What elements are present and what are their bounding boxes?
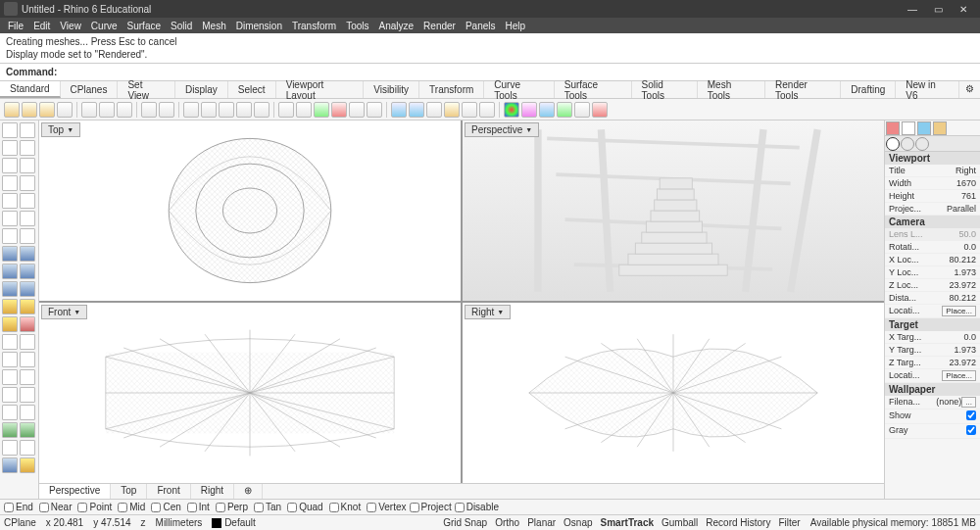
explode-icon[interactable]	[20, 405, 35, 420]
render-tool-icon[interactable]	[20, 458, 35, 473]
osnap-quad[interactable]: Quad	[287, 502, 322, 512]
prop-row[interactable]: Projec...Parallel	[885, 203, 980, 216]
cone-icon[interactable]	[20, 281, 35, 297]
prop-row[interactable]: Height761	[885, 190, 980, 203]
osnap-perp[interactable]: Perp	[216, 502, 248, 512]
arc-icon[interactable]	[20, 193, 35, 209]
copy-tool-icon[interactable]	[20, 334, 35, 350]
minimize-button[interactable]: —	[900, 4, 925, 15]
menu-mesh[interactable]: Mesh	[198, 21, 229, 31]
fillet-icon[interactable]	[2, 422, 18, 438]
tab-curve-tools[interactable]: Curve Tools	[484, 81, 554, 98]
set-view-icon[interactable]	[349, 102, 365, 118]
status-units[interactable]: Millimeters	[156, 517, 203, 528]
osnap-near[interactable]: Near	[39, 502, 73, 512]
wallpaper-filename-row[interactable]: Filena... (none) ...	[885, 396, 980, 410]
viewport-right[interactable]: Right▼	[463, 303, 884, 483]
tab-select[interactable]: Select	[228, 81, 276, 98]
menu-solid[interactable]: Solid	[167, 21, 196, 31]
osnap-point[interactable]: Point	[77, 502, 112, 512]
viewport-label-top[interactable]: Top▼	[41, 122, 80, 137]
rectangle-icon[interactable]	[2, 211, 18, 226]
tab-transform[interactable]: Transform	[419, 81, 484, 98]
undo-icon[interactable]	[141, 102, 157, 118]
display-tab-icon[interactable]	[917, 121, 931, 135]
viewport-perspective[interactable]: Perspective▼	[463, 120, 884, 301]
array-icon[interactable]	[20, 369, 35, 385]
tab-standard[interactable]: Standard	[0, 81, 61, 98]
tab-mesh-tools[interactable]: Mesh Tools	[698, 81, 765, 98]
print-icon[interactable]	[57, 102, 73, 118]
menu-curve[interactable]: Curve	[87, 21, 122, 31]
vp-tab-top[interactable]: Top	[111, 484, 147, 499]
curve-icon[interactable]	[2, 175, 18, 191]
new-icon[interactable]	[4, 102, 20, 118]
split-icon[interactable]	[20, 387, 35, 403]
open-icon[interactable]	[22, 102, 37, 118]
wallpaper-gray-checkbox[interactable]	[966, 425, 976, 435]
sweep-icon[interactable]	[2, 316, 18, 332]
status-toggle-ortho[interactable]: Ortho	[495, 517, 519, 528]
polygon-icon[interactable]	[20, 211, 35, 226]
status-cplane[interactable]: CPlane	[4, 517, 36, 528]
wallpaper-browse-button[interactable]: ...	[961, 397, 976, 408]
status-toggle-gumball[interactable]: Gumball	[662, 517, 698, 528]
chamfer-icon[interactable]	[20, 422, 35, 438]
zoom-icon[interactable]	[219, 102, 234, 118]
help-icon[interactable]	[592, 102, 608, 118]
prop-row[interactable]: Width1670	[885, 177, 980, 190]
menu-tools[interactable]: Tools	[342, 21, 372, 31]
prop-row[interactable]: Lens L...50.0	[885, 228, 980, 241]
status-toggle-osnap[interactable]: Osnap	[564, 517, 592, 528]
menu-file[interactable]: File	[4, 21, 27, 31]
vp-tab-front[interactable]: Front	[147, 484, 190, 499]
close-button[interactable]: ✕	[951, 4, 976, 15]
loft-icon[interactable]	[20, 299, 35, 314]
osnap-end[interactable]: End	[4, 502, 33, 512]
named-view-icon[interactable]	[314, 102, 329, 118]
trim-icon[interactable]	[2, 387, 18, 403]
status-toggle-filter[interactable]: Filter	[778, 517, 800, 528]
scale-icon[interactable]	[20, 352, 35, 367]
ellipse-icon[interactable]	[2, 228, 18, 244]
grid-icon[interactable]	[278, 102, 294, 118]
texture-props-icon[interactable]	[915, 137, 929, 151]
menu-help[interactable]: Help	[502, 21, 530, 31]
menu-render[interactable]: Render	[419, 21, 460, 31]
tabs-gear-icon[interactable]: ⚙	[959, 81, 980, 98]
show-icon[interactable]	[426, 102, 442, 118]
cplane-icon[interactable]	[331, 102, 347, 118]
prop-row[interactable]: Locati...Place...	[885, 369, 980, 383]
menu-transform[interactable]: Transform	[288, 21, 340, 31]
prop-row[interactable]: TitleRight	[885, 165, 980, 177]
properties-icon[interactable]	[479, 102, 495, 118]
tab-surface-tools[interactable]: Surface Tools	[555, 81, 632, 98]
osnap-cen[interactable]: Cen	[151, 502, 180, 512]
interp-curve-icon[interactable]	[20, 175, 35, 191]
circle-icon[interactable]	[2, 193, 18, 209]
lasso-icon[interactable]	[20, 122, 35, 138]
status-toggle-planar[interactable]: Planar	[527, 517, 556, 528]
vp-tab-right[interactable]: Right	[191, 484, 234, 499]
prop-row[interactable]: Y Targ...1.973	[885, 344, 980, 357]
tab-solid-tools[interactable]: Solid Tools	[632, 81, 698, 98]
menu-view[interactable]: View	[56, 21, 85, 31]
revolve-icon[interactable]	[20, 316, 35, 332]
layers-tab-icon[interactable]	[902, 121, 915, 135]
viewport-front[interactable]: Front▼	[39, 303, 461, 483]
pan-icon[interactable]	[183, 102, 199, 118]
surface-icon[interactable]	[2, 246, 18, 262]
camera-props-icon[interactable]	[886, 137, 900, 151]
status-toggle-record-history[interactable]: Record History	[706, 517, 770, 528]
osnap-knot[interactable]: Knot	[329, 502, 362, 512]
prop-row[interactable]: Y Loc...1.973	[885, 266, 980, 279]
place-button[interactable]: Place...	[942, 306, 976, 316]
light-icon[interactable]	[444, 102, 460, 118]
cylinder-icon[interactable]	[2, 281, 18, 297]
lock-icon[interactable]	[462, 102, 477, 118]
osnap-project[interactable]: Project	[410, 502, 452, 512]
render-icon[interactable]	[504, 102, 519, 118]
menu-dimension[interactable]: Dimension	[232, 21, 286, 31]
copy-icon[interactable]	[99, 102, 115, 118]
prop-row[interactable]: Rotati...0.0	[885, 241, 980, 254]
